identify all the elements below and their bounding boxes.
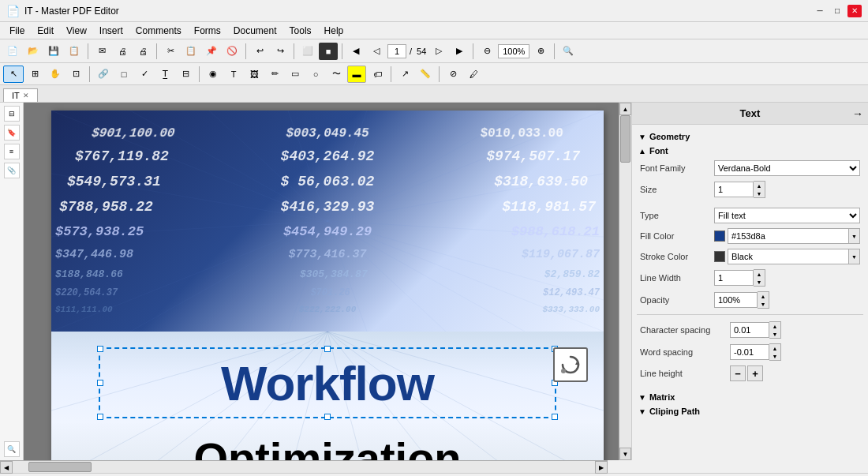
- panel-pin-button[interactable]: →: [852, 107, 863, 120]
- line-width-input[interactable]: [714, 270, 754, 286]
- fill-color-swatch[interactable]: [714, 231, 725, 242]
- annotation-tool[interactable]: □: [114, 66, 133, 83]
- menu-comments[interactable]: Comments: [129, 24, 188, 38]
- menu-insert[interactable]: Insert: [93, 24, 129, 38]
- menu-document[interactable]: Document: [227, 24, 283, 38]
- scroll-down-btn[interactable]: ▼: [619, 448, 631, 460]
- redo-button[interactable]: ↪: [271, 43, 290, 60]
- stroke-color-dropdown[interactable]: ▼: [849, 249, 860, 264]
- pencil-tool[interactable]: ✏: [265, 66, 284, 83]
- char-spacing-down[interactable]: ▼: [769, 330, 780, 338]
- scroll-right-btn[interactable]: ▶: [595, 461, 608, 474]
- word-spacing-up[interactable]: ▲: [769, 344, 780, 352]
- thumbnail-icon[interactable]: ⊟: [4, 106, 20, 122]
- section-matrix[interactable]: ▼ Matrix: [637, 390, 863, 404]
- undo-button[interactable]: ↩: [250, 43, 269, 60]
- handle-br[interactable]: [552, 414, 558, 420]
- word-spacing-input[interactable]: [730, 344, 769, 360]
- word-spacing-down[interactable]: ▼: [769, 352, 780, 360]
- marquee-tool[interactable]: ⊡: [66, 66, 85, 83]
- menu-help[interactable]: Help: [318, 24, 350, 38]
- page-tool[interactable]: ⊞: [25, 66, 44, 83]
- char-spacing-up[interactable]: ▲: [769, 322, 780, 330]
- text-tool[interactable]: T: [224, 66, 243, 83]
- section-clipping[interactable]: ▼ Cliping Path: [637, 404, 863, 418]
- scroll-thumb-h[interactable]: [28, 462, 92, 472]
- signature-tool[interactable]: 🖊: [464, 66, 483, 83]
- fill-button[interactable]: ■: [319, 43, 338, 60]
- bookmarks-icon[interactable]: 🔖: [4, 125, 20, 141]
- menu-file[interactable]: File: [3, 24, 31, 38]
- page-number-input[interactable]: [387, 44, 406, 58]
- tab-it[interactable]: IT ✕: [3, 88, 38, 102]
- paste-button[interactable]: 📌: [202, 43, 221, 60]
- close-button[interactable]: ✕: [847, 5, 862, 17]
- minimize-button[interactable]: ─: [813, 5, 827, 17]
- arrow-tool[interactable]: ↗: [395, 66, 414, 83]
- workflow-selection[interactable]: Workflow: [99, 347, 556, 418]
- check-tool[interactable]: ✓: [135, 66, 154, 83]
- scroll-up-btn[interactable]: ▲: [619, 103, 631, 115]
- section-geometry[interactable]: ▼ Geometry: [637, 129, 863, 144]
- delete-button[interactable]: 🚫: [223, 43, 241, 60]
- menu-view[interactable]: View: [60, 24, 93, 38]
- scroll-thumb-v[interactable]: [620, 115, 630, 163]
- search-icon[interactable]: 🔍: [4, 441, 20, 457]
- line-width-up[interactable]: ▲: [754, 270, 765, 278]
- zoom-input[interactable]: [498, 44, 529, 58]
- font-size-down[interactable]: ▼: [754, 189, 765, 197]
- rotation-icon[interactable]: [553, 347, 588, 382]
- select-tool[interactable]: ↖: [3, 66, 24, 83]
- fill-color-dropdown[interactable]: ▼: [849, 228, 860, 244]
- prev-page2-button[interactable]: ◁: [367, 43, 386, 60]
- new-button[interactable]: 📄: [3, 43, 22, 60]
- line-height-minus[interactable]: −: [730, 365, 746, 381]
- text-field-tool[interactable]: T̲: [155, 66, 174, 83]
- email-button[interactable]: ✉: [92, 43, 111, 60]
- print2-button[interactable]: 🖨: [133, 43, 152, 60]
- stroke-color-swatch[interactable]: [714, 251, 725, 262]
- open-button[interactable]: 📂: [24, 43, 43, 60]
- prev-page-button[interactable]: ◀: [346, 43, 365, 60]
- char-spacing-input[interactable]: [730, 322, 769, 338]
- stamp-tool[interactable]: 🏷: [368, 66, 387, 83]
- opacity-up[interactable]: ▲: [758, 292, 769, 300]
- font-size-input[interactable]: [714, 182, 754, 197]
- opacity-input[interactable]: [714, 292, 758, 308]
- zoom-out-button[interactable]: ⊖: [477, 43, 496, 60]
- circle-tool[interactable]: ◉: [204, 66, 223, 83]
- section-font[interactable]: ▲ Font: [637, 144, 863, 158]
- hand-tool[interactable]: ✋: [46, 66, 65, 83]
- maximize-button[interactable]: □: [830, 5, 844, 17]
- line-width-down[interactable]: ▼: [754, 278, 765, 286]
- ellipse-tool[interactable]: ○: [306, 66, 325, 83]
- cut-button[interactable]: ✂: [161, 43, 180, 60]
- save-button[interactable]: 💾: [44, 43, 63, 60]
- attachments-icon[interactable]: 📎: [4, 163, 20, 178]
- tab-close-button[interactable]: ✕: [23, 92, 29, 99]
- search-button[interactable]: 🔍: [559, 43, 578, 60]
- opacity-down[interactable]: ▼: [758, 300, 769, 308]
- zoom-in-button[interactable]: ⊕: [531, 43, 550, 60]
- measure-tool[interactable]: 📏: [416, 66, 435, 83]
- menu-forms[interactable]: Forms: [188, 24, 227, 38]
- redact-tool[interactable]: ⊘: [443, 66, 462, 83]
- handle-bl[interactable]: [97, 414, 103, 420]
- menu-tools[interactable]: Tools: [283, 24, 318, 38]
- scrollbar-v[interactable]: ▲ ▼: [619, 103, 631, 460]
- link-tool[interactable]: 🔗: [94, 66, 113, 83]
- copy-button[interactable]: 📋: [181, 43, 200, 60]
- type-select[interactable]: Fill text: [714, 208, 860, 223]
- print-button[interactable]: 🖨: [113, 43, 132, 60]
- handle-tl[interactable]: [97, 346, 103, 352]
- widget-tool[interactable]: ⊟: [176, 66, 195, 83]
- next-page-button[interactable]: ▷: [429, 43, 448, 60]
- highlight-tool[interactable]: ▬: [347, 66, 366, 83]
- handle-ml[interactable]: [97, 380, 103, 386]
- select-button[interactable]: ⬜: [298, 43, 317, 60]
- scroll-left-btn[interactable]: ◀: [0, 461, 13, 474]
- font-size-up[interactable]: ▲: [754, 182, 765, 189]
- line-height-plus[interactable]: +: [747, 365, 763, 381]
- next-page2-button[interactable]: ▶: [450, 43, 469, 60]
- handle-tm[interactable]: [324, 346, 331, 352]
